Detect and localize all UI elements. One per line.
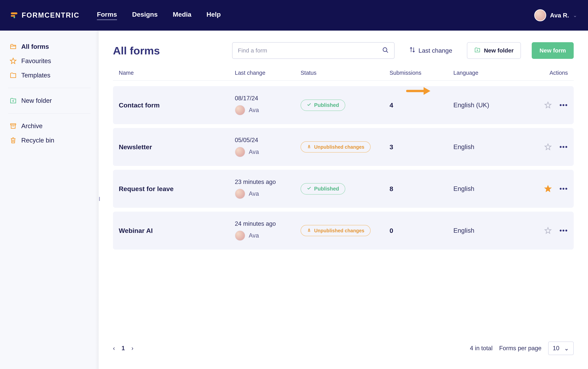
- table-header: Name Last change Status Submissions Lang…: [113, 70, 574, 81]
- sidebar-item-label: Archive: [21, 122, 43, 130]
- folder-open-icon: [10, 43, 17, 50]
- language: English: [453, 143, 474, 150]
- row-menu-button[interactable]: •••: [559, 144, 568, 150]
- sort-label: Last change: [419, 47, 452, 54]
- per-page-select[interactable]: 10 ⌄: [548, 341, 574, 355]
- sidebar-item-label: All forms: [21, 43, 49, 50]
- author-name: Ava: [249, 148, 259, 155]
- username: Ava R.: [550, 12, 569, 19]
- sort-icon: [409, 47, 415, 54]
- folder-plus-icon: [474, 47, 480, 54]
- sidebar-item-all-forms[interactable]: All forms: [8, 40, 90, 54]
- table-row[interactable]: Contact form08/17/24AvaPublished4English…: [113, 86, 574, 124]
- main: All forms Last change New folder: [99, 31, 588, 369]
- language: English: [453, 227, 474, 234]
- search-input[interactable]: [238, 47, 382, 54]
- form-name: Newsletter: [119, 143, 235, 151]
- per-page-label: Forms per page: [499, 345, 542, 352]
- status-icon: [307, 144, 311, 150]
- user-menu[interactable]: Ava R. ⌄: [534, 9, 577, 21]
- next-page-button[interactable]: ›: [132, 345, 133, 352]
- pager: ‹ 1 ›: [113, 345, 133, 352]
- favourite-button[interactable]: [544, 185, 552, 193]
- new-folder-label: New folder: [484, 47, 514, 54]
- svg-point-1: [383, 48, 387, 51]
- status-icon: [307, 102, 311, 108]
- language: English: [453, 185, 474, 192]
- col-last-change: Last change: [235, 70, 301, 76]
- header-row: All forms Last change New folder: [113, 42, 574, 59]
- nav-help[interactable]: Help: [206, 11, 221, 20]
- search-icon: [382, 47, 389, 54]
- author-name: Ava: [249, 232, 259, 239]
- col-name: Name: [119, 70, 235, 76]
- prev-page-button[interactable]: ‹: [113, 345, 115, 352]
- last-change-date: 05/05/24: [235, 137, 301, 144]
- last-change-date: 23 minutes ago: [235, 178, 301, 185]
- avatar: [235, 105, 245, 115]
- col-actions: Actions: [533, 70, 568, 76]
- table-row[interactable]: Request for leave23 minutes agoAvaPublis…: [113, 170, 574, 208]
- folder-plus-icon: [10, 97, 17, 104]
- form-name: Contact form: [119, 102, 235, 109]
- logo-mark-icon: [11, 12, 18, 19]
- col-language: Language: [453, 70, 533, 76]
- status-badge: Published: [301, 100, 345, 111]
- sidebar-item-archive[interactable]: Archive: [8, 119, 90, 133]
- chevron-down-icon: ⌄: [564, 345, 569, 352]
- per-page-value: 10: [553, 345, 559, 352]
- submissions-count: 3: [390, 143, 393, 151]
- archive-icon: [10, 123, 17, 130]
- col-submissions: Submissions: [390, 70, 453, 76]
- trash-icon: [10, 137, 17, 144]
- brand-text: FORMCENTRIC: [22, 11, 79, 19]
- separator: [8, 113, 90, 113]
- table-row[interactable]: Webinar AI24 minutes agoAvaUnpublished c…: [113, 212, 574, 250]
- logo[interactable]: FORMCENTRIC: [11, 11, 79, 19]
- new-form-button[interactable]: New form: [532, 42, 574, 59]
- sidebar-item-label: Templates: [21, 72, 50, 79]
- page-number[interactable]: 1: [121, 345, 125, 352]
- author-name: Ava: [249, 190, 259, 197]
- nav-designs[interactable]: Designs: [132, 11, 158, 20]
- status-label: Unpublished changes: [314, 144, 364, 150]
- table-row[interactable]: Newsletter05/05/24AvaUnpublished changes…: [113, 128, 574, 166]
- status-badge: Unpublished changes: [301, 225, 371, 236]
- svg-rect-0: [11, 124, 16, 125]
- sidebar-item-new-folder[interactable]: New folder: [8, 93, 90, 108]
- col-status: Status: [301, 70, 390, 76]
- row-menu-button[interactable]: •••: [559, 185, 568, 192]
- folder-icon: [10, 72, 17, 79]
- avatar: [235, 189, 245, 199]
- sidebar-item-recycle-bin[interactable]: Recycle bin: [8, 133, 90, 147]
- avatar: [235, 230, 245, 241]
- status-badge: Published: [301, 183, 345, 195]
- sidebar-item-label: New folder: [21, 97, 52, 104]
- new-folder-button[interactable]: New folder: [467, 42, 521, 59]
- sort-button[interactable]: Last change: [405, 47, 456, 54]
- sidebar-item-favourites[interactable]: Favourites: [8, 54, 90, 68]
- language: English (UK): [453, 102, 489, 109]
- sidebar-item-templates[interactable]: Templates: [8, 68, 90, 82]
- search-box[interactable]: [232, 42, 395, 59]
- status-icon: [307, 186, 311, 192]
- favourite-button[interactable]: [544, 227, 552, 234]
- row-menu-button[interactable]: •••: [559, 227, 568, 234]
- favourite-button[interactable]: [544, 102, 552, 109]
- rows: Contact form08/17/24AvaPublished4English…: [113, 86, 574, 250]
- row-menu-button[interactable]: •••: [559, 102, 568, 109]
- nav-media[interactable]: Media: [173, 11, 191, 20]
- status-badge: Unpublished changes: [301, 141, 371, 153]
- sidebar-item-label: Recycle bin: [21, 137, 54, 144]
- favourite-button[interactable]: [544, 143, 552, 151]
- submissions-count: 0: [390, 227, 393, 234]
- star-icon: [10, 58, 17, 64]
- status-label: Unpublished changes: [314, 228, 364, 234]
- separator: [8, 88, 90, 88]
- nav-forms[interactable]: Forms: [97, 11, 117, 20]
- status-label: Published: [314, 186, 339, 192]
- avatar: [534, 9, 546, 21]
- last-change-date: 24 minutes ago: [235, 220, 301, 227]
- form-name: Request for leave: [119, 185, 235, 193]
- total-count: 4 in total: [470, 345, 492, 352]
